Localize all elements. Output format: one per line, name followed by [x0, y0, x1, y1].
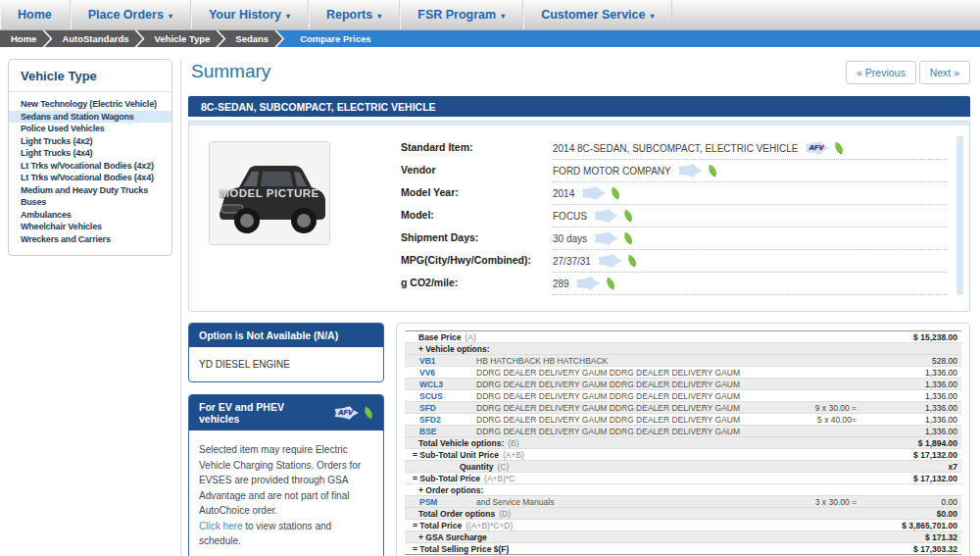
chevron-down-icon: ▾ — [286, 12, 290, 21]
chevron-down-icon: ▾ — [501, 12, 505, 21]
price-row-note: (A) — [465, 332, 475, 342]
price-row: BSE DDRG DEALER DELIVERY GAUM DDRG DEALE… — [405, 426, 961, 437]
scrollbar[interactable] — [956, 135, 963, 295]
price-row-amount: 528.00 — [857, 356, 957, 366]
nav-item-label: FSR Program — [417, 8, 496, 22]
breadcrumb-item[interactable]: Vehicle Type — [137, 30, 224, 47]
detail-value: 289 — [553, 273, 947, 295]
price-row-description: DDRG DEALER DELIVERY GAUM DDRG DEALER DE… — [476, 368, 744, 378]
sidebar-item[interactable]: Lt Trks w/Vocational Bodies (4x4) — [9, 172, 172, 184]
sidebar-item[interactable]: New Technology (Electric Vehicle) — [9, 98, 172, 111]
option-code-link[interactable]: VV6 — [419, 368, 476, 378]
detail-value-text: 2014 8C-SEDAN, SUBCOMPACT, ELECTRIC VEHI… — [553, 143, 798, 154]
nav-item[interactable]: Reports ▾ — [309, 0, 400, 29]
breadcrumb-item[interactable]: Home — [0, 30, 50, 47]
price-row-note: (C) — [497, 462, 509, 472]
breadcrumb-label: AutoStandards — [62, 33, 128, 44]
lower-columns: Option is Not Available (N/A) YD DIESEL … — [188, 323, 975, 556]
panel-header: For EV and PHEV vehicles AFV — [189, 395, 383, 430]
price-row-amount: 1,336.00 — [857, 391, 957, 401]
sidebar-item[interactable]: Wheelchair Vehicles — [9, 221, 172, 233]
option-code-link[interactable]: BSE — [419, 427, 476, 436]
nav-item[interactable]: Your History ▾ — [191, 0, 309, 29]
price-row: = Total Selling Price $(F) $ 17,303.32 — [405, 543, 961, 555]
section-title: 8C-SEDAN, SUBCOMPACT, ELECTRIC VEHICLE — [201, 101, 436, 113]
price-row: PSM and Service Manuals 3 x 30.00 = 0.00 — [405, 496, 961, 508]
panel-body: YD DIESEL ENGINE — [189, 347, 383, 381]
top-navbar: Home Place Orders ▾ Your History ▾ Repor… — [0, 0, 980, 30]
option-code-link[interactable]: VB1 — [419, 356, 476, 366]
option-code-link[interactable]: SFD — [419, 403, 476, 413]
next-button[interactable]: Next » — [919, 61, 970, 84]
detail-value-text: FOCUS — [553, 211, 587, 222]
detail-label: Model: — [401, 205, 553, 227]
price-row-label: = Sub-Total Unit Price — [413, 450, 499, 460]
detail-value: FORD MOTOR COMPANY — [553, 160, 947, 182]
price-row-quantity: 9 x 30.00 = — [744, 403, 857, 413]
sidebar-item[interactable]: Lt Trks w/Vocational Bodies (4x2) — [9, 160, 172, 173]
afv-badge-icon — [676, 164, 703, 177]
breadcrumb-item[interactable]: AutoStandards — [44, 30, 142, 47]
sidebar-item[interactable]: Medium and Heavy Duty Trucks — [9, 184, 172, 197]
price-row: = Sub-Total Price (A+B)*C $ 17,132.00 — [405, 473, 961, 484]
afv-badge-icon — [592, 209, 618, 223]
nav-item[interactable]: Place Orders ▾ — [71, 0, 191, 29]
price-row-label: Quantity — [460, 462, 493, 472]
sidebar-item[interactable]: Light Trucks (4x4) — [9, 147, 172, 160]
detail-value-text: 289 — [553, 278, 569, 289]
model-picture-label: MODEL PICTURE — [210, 142, 329, 244]
previous-button[interactable]: « Previous — [846, 61, 916, 84]
section-title-bar: 8C-SEDAN, SUBCOMPACT, ELECTRIC VEHICLE — [188, 96, 970, 117]
price-row: VB1 HB HATCHBACK HB HATCHBACK 528.00 — [405, 355, 961, 367]
sidebar-item[interactable]: Sedans and Station Wagons — [9, 111, 172, 124]
option-code-link[interactable]: SCUS — [419, 391, 476, 401]
breadcrumb-label: Home — [11, 33, 36, 44]
price-row-amount: 1,336.00 — [857, 415, 957, 425]
nav-item-label: Place Orders — [88, 8, 164, 22]
price-row: + Order options: — [405, 484, 961, 496]
detail-value: 30 days — [553, 227, 947, 250]
sidebar-item[interactable]: Wreckers and Carriers — [9, 233, 172, 246]
price-row: Total Vehicle options: (B) $ 1,894.00 — [405, 437, 961, 449]
option-code-link[interactable]: WCL3 — [419, 379, 476, 389]
price-row: + Vehicle options: — [405, 343, 961, 355]
option-code-link[interactable]: PSM — [419, 497, 476, 507]
main-header: Summary « Previous Next » — [188, 59, 975, 96]
green-leaf-icon — [604, 278, 616, 290]
price-row-amount: x7 — [857, 462, 957, 472]
price-row: VV6 DDRG DEALER DELIVERY GAUM DDRG DEALE… — [405, 367, 961, 379]
option-code-link[interactable]: SFD2 — [419, 415, 476, 425]
price-row-quantity: 3 x 30.00 = — [744, 497, 857, 507]
nav-item[interactable]: Customer Service ▾ — [523, 0, 672, 29]
click-here-link[interactable]: Click here — [199, 521, 242, 531]
detail-value: 27/37/31 — [553, 250, 947, 273]
price-row-amount: $ 3,865,701.00 — [857, 521, 957, 531]
detail-value: FOCUS — [553, 205, 947, 227]
price-row-amount: $ 1,894.00 — [857, 438, 957, 448]
page: Home Place Orders ▾ Your History ▾ Repor… — [0, 0, 980, 556]
price-row: Quantity (C) x7 — [405, 461, 961, 473]
sidebar-item[interactable]: Police Used Vehicles — [9, 123, 172, 135]
model-picture: MODEL PICTURE — [209, 141, 330, 245]
nav-item[interactable]: FSR Program ▾ — [400, 0, 523, 29]
price-row-description: and Service Manuals — [476, 497, 744, 507]
price-row: + GSA Surcharge $ 171.32 — [405, 531, 961, 543]
price-row: SFD DDRG DEALER DELIVERY GAUM DDRG DEALE… — [405, 402, 961, 414]
panel-header: Option is Not Available (N/A) — [189, 324, 383, 347]
detail-label: Standard Item: — [401, 137, 553, 160]
price-row-description: DDRG DEALER DELIVERY GAUM DDRG DEALER DE… — [476, 391, 744, 401]
breadcrumb-active-label: Compare Prices — [300, 33, 370, 44]
price-row-label: Base Price — [418, 332, 461, 342]
breadcrumb-item[interactable]: Sedans — [218, 30, 282, 47]
sidebar-item[interactable]: Light Trucks (4x2) — [9, 135, 172, 148]
sidebar-item[interactable]: Ambulances — [9, 209, 172, 222]
detail-value: 2014 8C-SEDAN, SUBCOMPACT, ELECTRIC VEHI… — [553, 137, 947, 160]
price-row: SFD2 DDRG DEALER DELIVERY GAUM DDRG DEAL… — [405, 414, 961, 426]
green-leaf-icon — [610, 187, 622, 200]
detail-value-text: 27/37/31 — [553, 256, 591, 267]
price-row-label: = Total Selling Price $(F) — [413, 544, 509, 554]
afv-badge-icon — [592, 231, 618, 245]
sidebar-item[interactable]: Buses — [9, 196, 172, 209]
detail-label: g CO2/mile: — [401, 273, 553, 295]
nav-item[interactable]: Home — [0, 0, 71, 29]
